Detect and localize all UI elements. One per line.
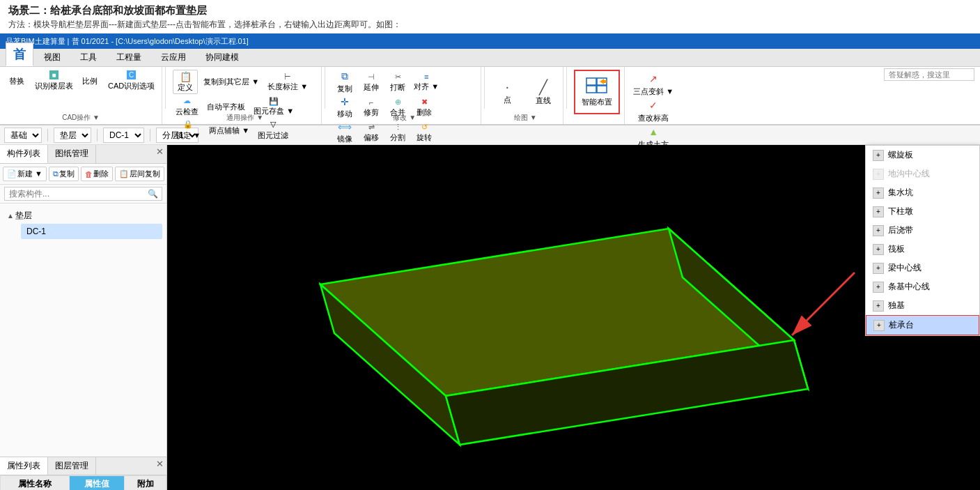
btn-two-point-axis[interactable]: 两点辅轴 ▼ [206,125,252,137]
btn-layer-copy[interactable]: 📋 层间复制 [115,167,164,181]
section-modify: ⧉ 复制 ⊣ 延伸 ✂ 打断 ≡ 对齐 ▼ [328,67,481,124]
panel-close-btn2[interactable]: ✕ [156,459,164,469]
tab-cloud[interactable]: 云应用 [152,48,195,66]
dropdown-item-zhuchangtai[interactable]: + 桩承台 [866,315,979,335]
tab-view[interactable]: 视图 [35,48,70,66]
cad-icon: C [127,70,136,79]
element-select[interactable]: DC-1 [103,128,144,143]
svg-marker-4 [600,79,607,84]
dropdown-icon-liang-center: + [873,263,884,274]
tab-component-list[interactable]: 构件列表 [0,145,48,163]
dropdown-icon-duju: + [873,300,884,312]
btn-line[interactable]: ╱ 直线 [528,72,559,112]
btn-new[interactable]: 📄 新建 ▼ [3,167,47,181]
btn-copy[interactable]: ⧉ 复制 [332,70,357,95]
layer-copy-icon: 📋 [119,169,129,178]
dropdown-icon-tiaoji-center: + [873,282,884,293]
dropdown-item-digou[interactable]: + 地沟中心线 [866,164,979,183]
tab-property-list[interactable]: 属性列表 [0,457,48,475]
btn-extend[interactable]: ⊣ 延伸 [359,72,384,93]
delete-comp-icon: 🗑 [85,170,93,178]
dropdown-icon-xiazhu: + [873,206,884,217]
btn-break[interactable]: ✂ 打断 [385,72,410,93]
btn-rotate[interactable]: ↺ 旋转 [412,122,437,144]
tab-home[interactable]: 首 [6,43,33,66]
left-panel-wrapper: ✕ 构件列表 图纸管理 📄 新建 ▼ ⧉ 复制 🗑 删除 📋 层间复制 [0,145,167,490]
btn-cad-identify[interactable]: C CAD识别选项 [105,70,157,92]
btn-check-elevation[interactable]: ✓ 查改标高 [629,99,678,124]
toolbar-row: 基础 垫层 DC-1 分层1 [0,125,980,145]
app-title: 品茗BIM土建算量 | 普 01/2021 - [C:\Users\glodon… [6,36,249,47]
col-prop-extra: 附加 [125,476,166,491]
mirror-icon: ⟺ [338,121,352,132]
dropdown-icon-digou: + [873,169,884,180]
move-icon: ✛ [341,96,349,107]
btn-length-mark[interactable]: ⊢ 长度标注 ▼ [265,72,311,93]
dropdown-item-luoxuanban[interactable]: + 螺旋板 [866,146,979,164]
btn-identify-floor[interactable]: ■ 识别楼层表 [32,70,76,92]
type-select[interactable]: 垫层 [54,128,91,143]
tab-collab[interactable]: 协同建模 [196,48,248,66]
panel-close-btn[interactable]: ✕ [156,146,164,157]
sep-t1 [47,129,48,141]
earthwork-icon: ▲ [648,126,658,137]
module-select[interactable]: 基础 [4,128,42,143]
section-smart: 智能布置 [570,67,625,124]
svg-line-10 [792,273,855,335]
annotation-area: 场景二：给桩承台底部和放坡面都布置垫层 方法：模块导航栏垫层界面---新建面式垫… [0,0,980,33]
sep2 [325,67,325,109]
modify-content: ⧉ 复制 ⊣ 延伸 ✂ 打断 ≡ 对齐 ▼ [332,70,476,145]
dropdown-item-duju[interactable]: + 独基 [866,296,979,315]
section-general-ops: 📋 定义 复制到其它层 ▼ ⊢ 长度标注 ▼ ☁ 云检查 [169,67,322,124]
component-search-input[interactable] [4,187,162,201]
dropdown-item-jishukeng[interactable]: + 集水坑 [866,183,979,202]
btn-point[interactable]: · 点 [492,72,522,112]
sep3 [484,67,485,109]
bottom-panel-tabs: ✕ 属性列表 图层管理 [0,457,166,475]
save-icon: 💾 [269,97,279,106]
btn-define[interactable]: 📋 定义 [173,70,198,94]
tab-layer-mgmt[interactable]: 图层管理 [48,457,96,475]
btn-replace[interactable]: 替换 [4,75,29,87]
tab-drawing-mgmt[interactable]: 图纸管理 [48,145,96,163]
btn-split[interactable]: ⋮ 分割 [385,122,410,144]
scenario-title: 场景二：给桩承台底部和放坡面都布置垫层 [8,4,972,17]
tab-tools[interactable]: 工具 [71,48,106,66]
btn-3point-slope[interactable]: ↗ 三点变斜 ▼ [629,72,678,98]
tree-child-dc1: DC-1 [4,224,162,239]
dropdown-icon-houjiaudai: + [873,225,884,236]
modify-label[interactable]: 修改 ▼ [328,113,481,123]
dropdown-icon-zhuchangtai: + [873,320,885,331]
general-ops-label[interactable]: 通用操作 ▼ [169,113,321,123]
ruler-icon: ⊢ [284,72,291,82]
dropdown-item-tiaoji-center[interactable]: + 条基中心线 [866,277,979,296]
svg-rect-3 [597,86,607,93]
btn-smart-layout[interactable]: 智能布置 [577,73,616,111]
tree-node-dieceng[interactable]: ▲ 垫层 [4,208,162,224]
copy-icon: ⧉ [341,70,348,82]
merge-icon: ⊕ [395,98,401,107]
btn-ratio[interactable]: 比例 [77,75,102,87]
col-prop-name: 属性名称 [1,476,70,491]
dropdown-item-liang-center[interactable]: + 梁中心线 [866,259,979,277]
btn-copy-other[interactable]: 复制到其它层 ▼ [201,76,262,88]
btn-offset[interactable]: ⇌ 偏移 [359,122,384,144]
align-icon: ≡ [424,72,428,81]
panel-toolbar: 📄 新建 ▼ ⧉ 复制 🗑 删除 📋 层间复制 » [0,164,166,185]
btn-align[interactable]: ≡ 对齐 ▼ [412,72,441,93]
dropdown-item-houjiaudai[interactable]: + 后浇带 [866,221,979,240]
dropdown-item-xiazhu[interactable]: + 下柱墩 [866,202,979,221]
btn-delete-comp[interactable]: 🗑 删除 [81,167,113,181]
search-input[interactable] [884,68,974,81]
cad-ops-label[interactable]: CAD操作 ▼ [0,113,162,123]
draw-label[interactable]: 绘图 ▼ [488,113,563,123]
smart-layout-icon [586,77,608,97]
tab-quantities[interactable]: 工程量 [107,48,150,66]
tree-item-dc1[interactable]: DC-1 [21,224,162,239]
svg-rect-0 [586,78,596,85]
btn-mirror[interactable]: ⟺ 镜像 [332,121,357,145]
dropdown-item-faban[interactable]: + 筏板 [866,240,979,259]
copy-comp-icon: ⧉ [53,169,59,178]
btn-copy-comp[interactable]: ⧉ 复制 [49,167,79,181]
btn-auto-level[interactable]: 自动平齐板 [204,101,248,113]
